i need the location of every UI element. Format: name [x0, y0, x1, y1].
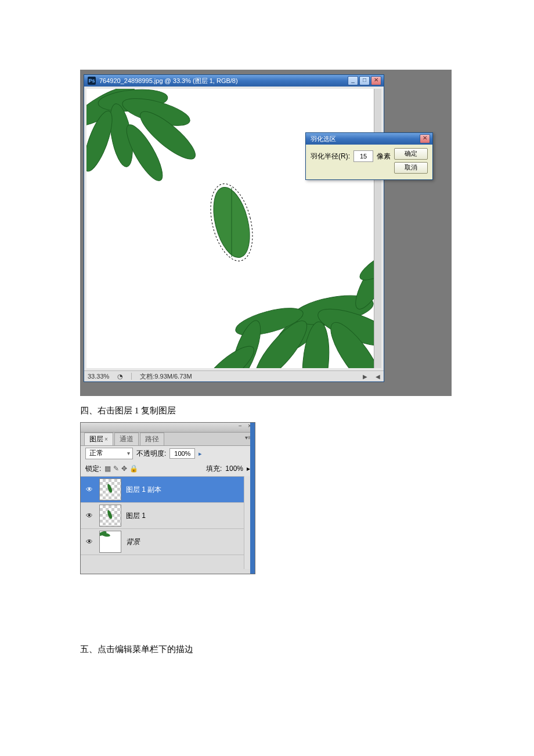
svg-point-19	[356, 242, 374, 286]
feather-dialog: 羽化选区 ✕ 羽化半径(R): 像素 确定 取消	[305, 132, 433, 180]
layer-thumbnail[interactable]	[99, 505, 121, 527]
feather-cancel-button[interactable]: 取消	[394, 162, 428, 174]
maximize-button[interactable]: □	[359, 76, 370, 85]
feather-radius-input[interactable]	[353, 150, 373, 162]
tab-close-icon[interactable]: ×	[104, 436, 108, 442]
lock-brush-icon[interactable]: ✎	[113, 465, 119, 473]
layer-name[interactable]: 图层 1 副本	[126, 485, 251, 495]
leaves-bottom-right	[200, 235, 374, 368]
lock-transparency-icon[interactable]: ▦	[104, 465, 111, 473]
blend-mode-select[interactable]: 正常	[85, 448, 133, 459]
layer-name[interactable]: 图层 1	[126, 511, 251, 521]
feather-close-button[interactable]: ✕	[420, 134, 430, 143]
visibility-eye-icon[interactable]: 👁	[84, 485, 95, 494]
leaves-top-left	[86, 89, 220, 193]
lock-all-icon[interactable]: 🔒	[129, 465, 138, 473]
tab-paths[interactable]: 路径	[140, 433, 164, 445]
feather-ok-button[interactable]: 确定	[394, 148, 428, 160]
doc-size: 文档:9.93M/6.73M	[140, 372, 192, 381]
status-bar: 33.33% ◔ 文档:9.93M/6.73M ▶ ◀	[84, 370, 384, 381]
layers-panel: − × 图层× 通道 路径 ▾≡ 正常 不透明度: 100% ▸ 锁定: ▦ ✎…	[80, 422, 255, 574]
window-title: 764920_24898995.jpg @ 33.3% (图层 1, RGB/8…	[99, 77, 238, 85]
layer-list-scrollbar[interactable]	[244, 476, 250, 569]
fill-input[interactable]: 100%	[225, 465, 243, 473]
tab-layers[interactable]: 图层×	[84, 433, 113, 445]
tab-channels[interactable]: 通道	[114, 433, 139, 445]
visibility-eye-icon[interactable]: 👁	[84, 538, 95, 546]
status-arrow-right[interactable]: ▶	[363, 373, 367, 380]
ps-app-icon: Ps	[88, 77, 96, 85]
layer-row-copy[interactable]: 👁 图层 1 副本	[81, 477, 255, 503]
opacity-slider-icon[interactable]: ▸	[199, 450, 202, 458]
lock-label: 锁定:	[85, 464, 101, 474]
panel-titlebar[interactable]: − ×	[81, 423, 255, 433]
feather-unit-label: 像素	[377, 152, 391, 161]
info-icon: ◔	[117, 373, 123, 380]
photoshop-screenshot-1: Ps 764920_24898995.jpg @ 33.3% (图层 1, RG…	[80, 70, 452, 396]
feather-dialog-titlebar[interactable]: 羽化选区 ✕	[306, 133, 432, 145]
opacity-input[interactable]: 100%	[169, 448, 195, 459]
layer-list: 👁 图层 1 副本 👁 图层 1 👁 背景 🔒	[81, 477, 255, 555]
close-button[interactable]: ✕	[371, 76, 381, 85]
visibility-eye-icon[interactable]: 👁	[84, 512, 95, 520]
status-arrow-left[interactable]: ◀	[376, 373, 380, 380]
panel-minimize[interactable]: −	[236, 423, 244, 430]
layer-row-1[interactable]: 👁 图层 1	[81, 503, 255, 529]
layer-thumbnail[interactable]	[99, 531, 121, 553]
step-5-caption: 五、点击编辑菜单栏下的描边	[80, 644, 534, 655]
window-titlebar[interactable]: Ps 764920_24898995.jpg @ 33.3% (图层 1, RG…	[84, 75, 384, 87]
layer-name[interactable]: 背景	[126, 537, 238, 547]
minimize-button[interactable]: _	[348, 76, 358, 85]
fill-label: 填充:	[206, 464, 222, 474]
feather-radius-label: 羽化半径(R):	[311, 152, 350, 161]
panel-right-edge	[250, 423, 255, 574]
opacity-label: 不透明度:	[136, 449, 166, 459]
document-window: Ps 764920_24898995.jpg @ 33.3% (图层 1, RG…	[84, 74, 384, 382]
zoom-level[interactable]: 33.33%	[88, 373, 109, 380]
vertical-scrollbar[interactable]	[374, 89, 381, 368]
lock-move-icon[interactable]: ✥	[121, 465, 127, 473]
layer-thumbnail[interactable]	[99, 478, 121, 501]
layer-row-background[interactable]: 👁 背景 🔒	[81, 529, 255, 555]
step-4-caption: 四、右击图层 1 复制图层	[80, 405, 534, 416]
feather-dialog-title: 羽化选区	[311, 135, 336, 143]
canvas[interactable]	[86, 89, 374, 368]
